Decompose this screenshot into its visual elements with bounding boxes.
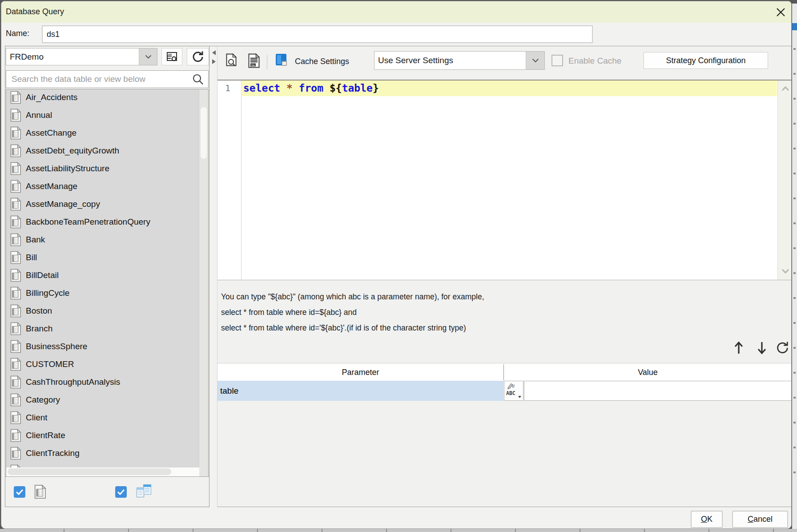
refresh-icon bbox=[191, 50, 205, 64]
connection-select[interactable]: FRDemo bbox=[6, 48, 157, 65]
table-name: Client bbox=[26, 409, 48, 427]
parameter-row[interactable]: table U ABC bbox=[217, 381, 792, 401]
data-table-icon bbox=[10, 269, 21, 282]
parameter-value-input[interactable] bbox=[524, 381, 792, 401]
data-table-icon bbox=[10, 340, 21, 353]
move-parameter-up-button[interactable] bbox=[733, 341, 744, 357]
table-list-item[interactable]: CashThroughputAnalysis bbox=[6, 373, 199, 391]
background-app-edge bbox=[792, 4, 797, 529]
parameter-type-button[interactable]: U ABC bbox=[504, 381, 523, 401]
table-list-item[interactable]: Annual bbox=[6, 106, 199, 124]
table-list-item[interactable]: Bill bbox=[6, 249, 199, 266]
table-list-vertical-scrollbar[interactable] bbox=[199, 89, 208, 476]
data-view-icon bbox=[135, 484, 153, 500]
scroll-up-icon[interactable] bbox=[781, 85, 789, 93]
collapse-right-icon[interactable] bbox=[212, 58, 216, 66]
cancel-button[interactable]: Cancel bbox=[732, 511, 788, 528]
close-button[interactable] bbox=[775, 7, 786, 17]
table-list-item[interactable]: BillingCycle bbox=[6, 284, 199, 302]
cache-mode-select[interactable]: Use Server Settings bbox=[374, 51, 545, 70]
table-list-item[interactable]: CUSTOMER bbox=[6, 355, 199, 373]
table-list-item[interactable]: Boston bbox=[6, 302, 199, 320]
collapse-left-icon[interactable] bbox=[212, 49, 216, 57]
table-list-item[interactable]: BillDetail bbox=[6, 266, 199, 284]
data-table-icon bbox=[10, 447, 21, 460]
database-query-dialog: Database Query Name: ds1 FRDemo bbox=[1, 1, 792, 529]
data-table-icon bbox=[10, 411, 21, 424]
sql-token bbox=[323, 82, 330, 94]
name-label: Name: bbox=[6, 25, 29, 42]
data-table-icon bbox=[10, 251, 21, 264]
arrow-up-icon bbox=[733, 341, 744, 355]
sql-editor[interactable]: 1 select * from ${table} bbox=[217, 80, 792, 280]
cache-mode-value: Use Server Settings bbox=[378, 52, 453, 69]
data-table-icon bbox=[10, 358, 21, 371]
sql-token: } bbox=[373, 82, 379, 94]
data-table-icon bbox=[10, 375, 21, 389]
cache-settings-label: Cache Settings bbox=[295, 46, 349, 80]
dialog-titlebar[interactable]: Database Query bbox=[1, 1, 791, 23]
chevron-down-icon bbox=[532, 58, 539, 63]
table-name: BackboneTeamPenetrationQuery bbox=[26, 213, 150, 231]
show-views-checkbox[interactable] bbox=[115, 486, 127, 498]
table-list-item[interactable]: AssetManage_copy bbox=[6, 195, 199, 213]
editor-vertical-scrollbar[interactable] bbox=[777, 81, 792, 280]
refresh-tables-button[interactable] bbox=[187, 48, 209, 65]
help-line: select * from table where id='${abc}'.(i… bbox=[221, 320, 484, 336]
table-list-item[interactable]: AssetManage bbox=[6, 177, 199, 195]
screen: Database Query Name: ds1 FRDemo bbox=[0, 0, 797, 532]
table-list-item[interactable]: Bank bbox=[6, 231, 199, 249]
name-input[interactable]: ds1 bbox=[42, 25, 593, 43]
table-list-item[interactable]: BusinessSphere bbox=[6, 338, 199, 355]
table-list-item[interactable]: BackboneTeamPenetrationQuery bbox=[6, 213, 199, 231]
table-list-item[interactable]: Branch bbox=[6, 320, 199, 338]
sql-preview-icon bbox=[225, 53, 238, 69]
show-tables-checkbox[interactable] bbox=[14, 486, 25, 498]
data-table-icon bbox=[10, 144, 21, 157]
table-name: CashThroughputAnalysis bbox=[26, 373, 120, 391]
check-icon bbox=[16, 489, 24, 495]
export-sql-button[interactable]: SQL bbox=[248, 53, 260, 71]
connection-config-button[interactable] bbox=[161, 48, 182, 65]
connection-config-icon bbox=[166, 51, 178, 63]
table-list-item[interactable]: ClientTracking bbox=[6, 444, 199, 462]
parameter-name-cell[interactable]: table bbox=[217, 381, 503, 401]
table-list-item[interactable]: Air_Accidents bbox=[6, 89, 199, 106]
table-name: AssetChange bbox=[26, 124, 76, 142]
table-list-item[interactable]: Category bbox=[6, 391, 199, 409]
search-placeholder: Search the data table or view below bbox=[12, 71, 145, 88]
move-parameter-down-button[interactable] bbox=[757, 341, 767, 357]
table-name: BillDetail bbox=[26, 266, 59, 284]
scrollbar-thumb[interactable] bbox=[201, 107, 207, 159]
connection-selected-value: FRDemo bbox=[10, 48, 44, 65]
enable-cache-checkbox[interactable] bbox=[551, 55, 563, 66]
data-table-icon bbox=[10, 197, 21, 211]
ok-button[interactable]: OK bbox=[691, 511, 723, 528]
ok-button-label: OK bbox=[692, 512, 722, 527]
table-list-horizontal-scrollbar[interactable] bbox=[6, 468, 199, 476]
scrollbar-thumb[interactable] bbox=[8, 468, 171, 475]
table-name: AssetLiabilityStructure bbox=[26, 160, 109, 177]
paste-sql-button[interactable] bbox=[275, 53, 288, 69]
preview-button[interactable] bbox=[225, 53, 238, 71]
arrow-down-icon bbox=[757, 341, 767, 355]
table-search-input[interactable]: Search the data table or view below bbox=[6, 70, 209, 88]
table-list-item[interactable]: ClientRate bbox=[6, 427, 199, 444]
table-list-item[interactable]: AssetDebt_equityGrowth bbox=[6, 142, 199, 160]
strategy-configuration-button[interactable]: Strategy Configuration bbox=[644, 52, 768, 69]
data-table-icon bbox=[10, 393, 21, 407]
search-icon bbox=[191, 73, 205, 86]
parameter-table-header: Parameter Value bbox=[217, 363, 792, 381]
table-list-item[interactable]: AssetChange bbox=[6, 124, 199, 142]
refresh-parameters-button[interactable] bbox=[775, 341, 789, 357]
table-list[interactable]: Air_Accidents Annual AssetChange AssetDe… bbox=[6, 89, 209, 477]
parameter-help-text: You can type "${abc}" (among which abc i… bbox=[221, 289, 484, 336]
table-name: BusinessSphere bbox=[26, 338, 87, 355]
enable-cache-label: Enable Cache bbox=[568, 46, 621, 80]
table-list-item[interactable]: AssetLiabilityStructure bbox=[6, 160, 199, 177]
table-list-item[interactable]: Client bbox=[6, 409, 199, 427]
scroll-down-icon[interactable] bbox=[781, 267, 789, 275]
sql-token: table bbox=[342, 82, 373, 94]
svg-text:SQL: SQL bbox=[251, 64, 256, 67]
table-name: AssetDebt_equityGrowth bbox=[26, 142, 119, 160]
